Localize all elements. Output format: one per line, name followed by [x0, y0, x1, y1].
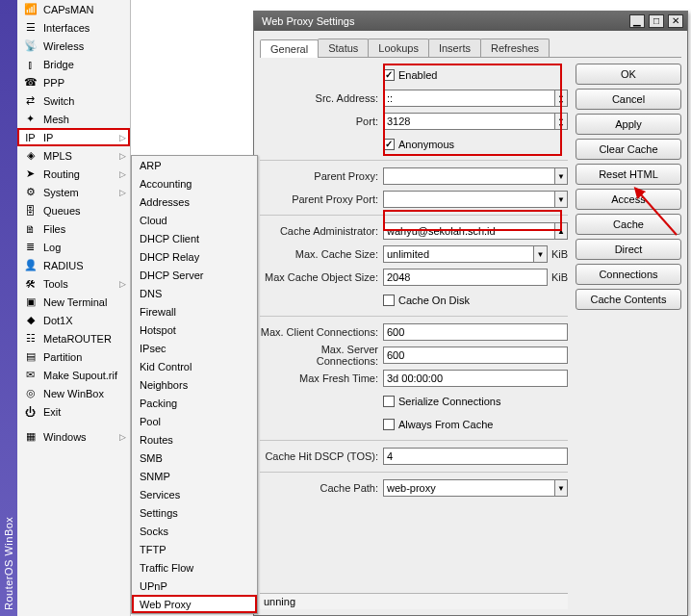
nav-item-radius[interactable]: 👤RADIUS — [17, 256, 130, 274]
submenu-item-services[interactable]: Services — [132, 485, 257, 503]
apply-button[interactable]: Apply — [576, 114, 681, 135]
parent-proxy-input[interactable] — [383, 167, 555, 185]
tab-inserts[interactable]: Inserts — [428, 38, 481, 57]
max-server-conn-input[interactable] — [383, 346, 568, 364]
nav-item-label: Log — [43, 242, 126, 253]
nav-item-mesh[interactable]: ✦Mesh — [17, 110, 130, 128]
max-cache-obj-input[interactable] — [383, 269, 548, 286]
nav-item-windows[interactable]: ▦ Windows ▷ — [17, 427, 130, 446]
chevron-right-icon: ▷ — [119, 432, 126, 442]
cache-contents-button[interactable]: Cache Contents — [576, 289, 681, 310]
submenu-item-dhcp-relay[interactable]: DHCP Relay — [132, 247, 257, 266]
cache-hit-dscp-label: Cache Hit DSCP (TOS): — [260, 450, 383, 462]
nav-item-log[interactable]: ≣Log — [17, 238, 130, 256]
max-cache-size-dropdown[interactable]: ▼ — [534, 245, 548, 263]
cache-hit-dscp-input[interactable] — [383, 448, 568, 465]
nav-item-label: Interfaces — [43, 22, 126, 34]
submenu-item-routes[interactable]: Routes — [132, 430, 257, 449]
submenu-item-neighbors[interactable]: Neighbors — [132, 375, 257, 394]
port-spinner[interactable]: ▲▼ — [555, 113, 568, 130]
submenu-item-settings[interactable]: Settings — [132, 503, 257, 522]
submenu-item-hotspot[interactable]: Hotspot — [132, 321, 257, 339]
nav-item-label: New WinBox — [43, 388, 126, 399]
reset-html-button[interactable]: Reset HTML — [576, 164, 681, 185]
minimize-button[interactable]: ▁ — [629, 14, 645, 28]
submenu-item-firewall[interactable]: Firewall — [132, 302, 257, 321]
nav-item-bridge[interactable]: ⫿Bridge — [17, 55, 130, 73]
max-server-conn-label: Max. Server Connections: — [260, 344, 383, 367]
submenu-item-upnp[interactable]: UPnP — [132, 577, 257, 595]
access-button[interactable]: Access — [576, 189, 681, 210]
submenu-item-tftp[interactable]: TFTP — [132, 540, 257, 558]
submenu-item-traffic-flow[interactable]: Traffic Flow — [132, 558, 257, 577]
max-client-conn-input[interactable] — [383, 323, 568, 341]
nav-item-switch[interactable]: ⇄Switch — [17, 91, 130, 110]
anonymous-checkbox[interactable] — [383, 139, 395, 150]
tab-status[interactable]: Status — [318, 38, 369, 57]
always-from-cache-checkbox[interactable] — [383, 419, 395, 430]
nav-item-tools[interactable]: 🛠Tools▷ — [17, 274, 130, 293]
close-button[interactable]: ✕ — [668, 14, 683, 28]
src-address-input[interactable] — [383, 90, 555, 107]
nav-item-ppp[interactable]: ☎PPP — [17, 73, 130, 91]
maximize-button[interactable]: □ — [649, 14, 664, 28]
cache-on-disk-checkbox[interactable] — [383, 295, 395, 306]
submenu-item-snmp[interactable]: SNMP — [132, 467, 257, 485]
submenu-item-web-proxy[interactable]: Web Proxy — [132, 595, 257, 613]
cache-admin-input[interactable] — [383, 222, 555, 240]
port-input[interactable] — [383, 113, 555, 130]
nav-item-mpls[interactable]: ◈MPLS▷ — [17, 146, 130, 165]
submenu-item-packing[interactable]: Packing — [132, 394, 257, 412]
nav-item-new-terminal[interactable]: ▣New Terminal — [17, 293, 130, 311]
submenu-item-pool[interactable]: Pool — [132, 412, 257, 430]
dialog-titlebar[interactable]: Web Proxy Settings ▁ □ ✕ — [254, 12, 687, 31]
parent-proxy-port-dropdown[interactable]: ▼ — [555, 191, 568, 208]
submenu-item-arp[interactable]: ARP — [132, 156, 257, 174]
nav-item-exit[interactable]: ⏻Exit — [17, 402, 130, 421]
parent-proxy-port-input[interactable] — [383, 191, 555, 208]
src-address-spinner[interactable]: ▲▼ — [555, 90, 568, 107]
nav-item-dot1x[interactable]: ◆Dot1X — [17, 311, 130, 329]
cache-path-input[interactable] — [383, 479, 555, 497]
nav-item-new-winbox[interactable]: ◎New WinBox — [17, 384, 130, 402]
ok-button[interactable]: OK — [576, 64, 681, 85]
direct-button[interactable]: Direct — [576, 239, 681, 260]
nav-item-files[interactable]: 🗎Files — [17, 219, 130, 238]
cache-path-dropdown[interactable]: ▼ — [555, 479, 568, 497]
tab-general[interactable]: General — [260, 39, 319, 58]
nav-item-ip[interactable]: IPIP▷ — [17, 128, 130, 146]
submenu-item-socks[interactable]: Socks — [132, 522, 257, 540]
partition-icon: ▤ — [23, 350, 38, 364]
tab-lookups[interactable]: Lookups — [368, 38, 429, 57]
submenu-item-dns[interactable]: DNS — [132, 284, 257, 302]
cache-admin-up[interactable]: ▲ — [555, 222, 568, 240]
submenu-item-dhcp-server[interactable]: DHCP Server — [132, 266, 257, 284]
nav-item-capsman[interactable]: 📶CAPsMAN — [17, 0, 130, 18]
nav-item-label: Wireless — [43, 40, 126, 52]
nav-item-interfaces[interactable]: ☰Interfaces — [17, 18, 130, 37]
submenu-item-dhcp-client[interactable]: DHCP Client — [132, 229, 257, 247]
nav-item-metarouter[interactable]: ☷MetaROUTER — [17, 329, 130, 347]
nav-item-partition[interactable]: ▤Partition — [17, 347, 130, 366]
submenu-item-kid-control[interactable]: Kid Control — [132, 357, 257, 375]
nav-item-system[interactable]: ⚙System▷ — [17, 183, 130, 201]
max-fresh-time-input[interactable] — [383, 370, 568, 387]
serialize-checkbox[interactable] — [383, 396, 395, 407]
submenu-item-cloud[interactable]: Cloud — [132, 211, 257, 229]
connections-button[interactable]: Connections — [576, 264, 681, 285]
parent-proxy-dropdown[interactable]: ▼ — [555, 167, 568, 185]
nav-item-queues[interactable]: 🗄Queues — [17, 201, 130, 219]
cancel-button[interactable]: Cancel — [576, 89, 681, 110]
clear-cache-button[interactable]: Clear Cache — [576, 139, 681, 160]
tab-refreshes[interactable]: Refreshes — [480, 38, 550, 57]
nav-item-wireless[interactable]: 📡Wireless — [17, 37, 130, 55]
max-cache-size-input[interactable] — [383, 245, 534, 263]
submenu-item-accounting[interactable]: Accounting — [132, 174, 257, 192]
cache-button[interactable]: Cache — [576, 214, 681, 235]
nav-item-make-supout-rif[interactable]: ✉Make Supout.rif — [17, 366, 130, 384]
submenu-item-addresses[interactable]: Addresses — [132, 192, 257, 211]
submenu-item-ipsec[interactable]: IPsec — [132, 339, 257, 357]
enabled-checkbox[interactable] — [383, 69, 395, 81]
nav-item-routing[interactable]: ➤Routing▷ — [17, 165, 130, 183]
submenu-item-smb[interactable]: SMB — [132, 449, 257, 467]
